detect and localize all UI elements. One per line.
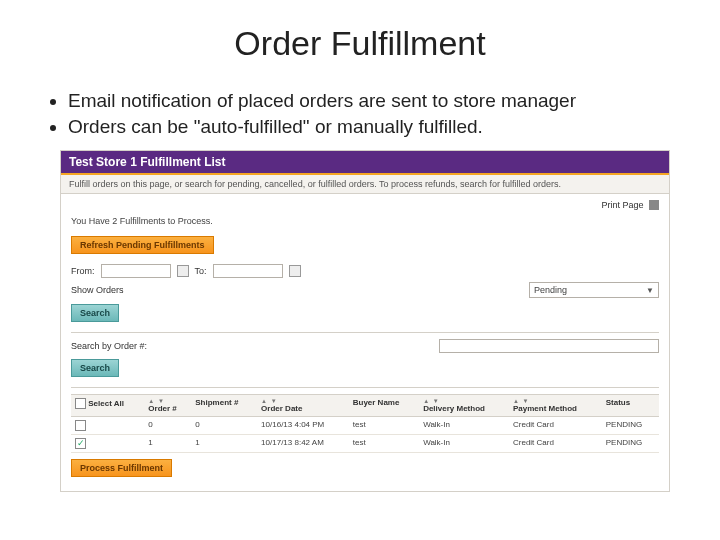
bullet-item: Email notification of placed orders are … (68, 89, 680, 113)
calendar-icon[interactable] (177, 265, 189, 277)
search-order-label: Search by Order #: (71, 341, 147, 351)
to-label: To: (195, 266, 207, 276)
pending-notice: You Have 2 Fulfillments to Process. (71, 216, 659, 226)
cell-delivery: Walk-In (419, 435, 509, 453)
cell-shipment-num: 1 (191, 435, 257, 453)
table-row: 1 1 10/17/13 8:42 AM test Walk-In Credit… (71, 435, 659, 453)
orders-tbody: 0 0 10/16/13 4:04 PM test Walk-In Credit… (71, 417, 659, 453)
refresh-pending-button[interactable]: Refresh Pending Fulfillments (71, 236, 214, 254)
fulfillment-screenshot: Test Store 1 Fulfillment List Fulfill or… (60, 150, 670, 493)
search-order-input[interactable] (439, 339, 659, 353)
search-button[interactable]: Search (71, 359, 119, 377)
cell-buyer: test (349, 417, 419, 435)
status-select-value: Pending (534, 285, 567, 295)
cell-order-num: 1 (144, 435, 191, 453)
show-orders-label: Show Orders (71, 285, 124, 295)
orders-table: Select All ▲ ▼Order # Shipment # ▲ ▼Orde… (71, 394, 659, 453)
col-delivery[interactable]: ▲ ▼Delivery Method (419, 395, 509, 417)
cell-order-date: 10/17/13 8:42 AM (257, 435, 349, 453)
bullet-item: Orders can be "auto-fulfilled" or manual… (68, 115, 680, 139)
cell-payment: Credit Card (509, 435, 602, 453)
cell-status: PENDING (602, 435, 659, 453)
calendar-icon[interactable] (289, 265, 301, 277)
col-select[interactable]: Select All (71, 395, 144, 417)
cell-order-date: 10/16/13 4:04 PM (257, 417, 349, 435)
col-order-num[interactable]: ▲ ▼Order # (144, 395, 191, 417)
col-payment[interactable]: ▲ ▼Payment Method (509, 395, 602, 417)
chevron-down-icon: ▼ (646, 286, 654, 295)
cell-buyer: test (349, 435, 419, 453)
instructions-text: Fulfill orders on this page, or search f… (61, 175, 669, 194)
col-shipment-num[interactable]: Shipment # (191, 395, 257, 417)
cell-payment: Credit Card (509, 417, 602, 435)
page-title: Order Fulfillment (40, 24, 680, 63)
table-row: 0 0 10/16/13 4:04 PM test Walk-In Credit… (71, 417, 659, 435)
col-order-date[interactable]: ▲ ▼Order Date (257, 395, 349, 417)
search-button[interactable]: Search (71, 304, 119, 322)
store-header: Test Store 1 Fulfillment List (61, 151, 669, 175)
to-date-input[interactable] (213, 264, 283, 278)
bullet-list: Email notification of placed orders are … (40, 89, 680, 140)
select-all-checkbox[interactable] (75, 398, 86, 409)
cell-delivery: Walk-In (419, 417, 509, 435)
from-date-input[interactable] (101, 264, 171, 278)
row-checkbox[interactable] (75, 438, 86, 449)
print-page-link[interactable]: Print Page (601, 200, 643, 210)
col-buyer[interactable]: Buyer Name (349, 395, 419, 417)
cell-status: PENDING (602, 417, 659, 435)
from-label: From: (71, 266, 95, 276)
print-icon[interactable] (649, 200, 659, 210)
status-select[interactable]: Pending ▼ (529, 282, 659, 298)
cell-order-num: 0 (144, 417, 191, 435)
cell-shipment-num: 0 (191, 417, 257, 435)
row-checkbox[interactable] (75, 420, 86, 431)
col-status[interactable]: Status (602, 395, 659, 417)
process-fulfillment-button[interactable]: Process Fulfillment (71, 459, 172, 477)
